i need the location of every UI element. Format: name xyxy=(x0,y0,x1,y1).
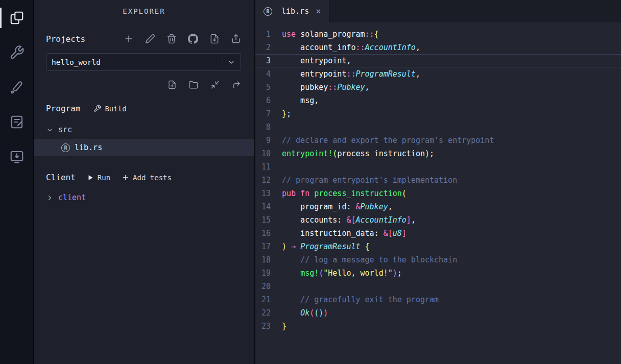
add-tests-button[interactable]: Add tests xyxy=(122,174,172,182)
code-line-5[interactable]: 5 pubkey::Pubkey, xyxy=(255,81,621,94)
line-content: }; xyxy=(282,107,621,120)
line-number: 12 xyxy=(255,174,282,187)
code-line-7[interactable]: 7}; xyxy=(255,107,621,120)
run-button[interactable]: Run xyxy=(87,174,110,182)
collapse-icon xyxy=(210,80,220,89)
new-folder-button[interactable] xyxy=(189,80,198,89)
tab-lib-rs[interactable]: R lib.rs × xyxy=(255,0,329,22)
program-download-icon xyxy=(9,149,25,164)
projects-row: Projects xyxy=(46,34,241,44)
explorer-title: EXPLORER xyxy=(123,7,165,15)
code-line-1[interactable]: 1use solana_program::{ xyxy=(255,28,621,41)
activity-bar xyxy=(0,0,34,364)
export-icon xyxy=(231,34,241,44)
share-button[interactable] xyxy=(232,80,241,89)
delete-project-button[interactable] xyxy=(166,34,177,44)
code-line-22[interactable]: 22 Ok(()) xyxy=(255,306,621,320)
activity-item-test[interactable] xyxy=(0,76,33,99)
play-icon xyxy=(87,174,94,181)
code-line-23[interactable]: 23} xyxy=(255,320,621,333)
code-line-14[interactable]: 14 program_id: &Pubkey, xyxy=(255,200,621,213)
line-content xyxy=(282,160,621,174)
files-icon xyxy=(9,10,25,26)
explorer-panel: EXPLORER Projects xyxy=(34,0,255,364)
tab-bar: R lib.rs × xyxy=(255,0,621,22)
line-content: } xyxy=(282,320,621,333)
code-line-15[interactable]: 15 accounts: &[AccountInfo], xyxy=(255,213,621,227)
new-file-button[interactable] xyxy=(168,80,177,89)
pencil-icon xyxy=(145,34,155,44)
activity-item-programs[interactable] xyxy=(0,145,33,168)
code-line-11[interactable]: 11 xyxy=(255,160,621,174)
line-content: entrypoint, xyxy=(282,54,621,67)
line-number: 21 xyxy=(255,293,282,306)
code-line-16[interactable]: 16 instruction_data: &[u8] xyxy=(255,227,621,240)
code-line-19[interactable]: 19 msg!("Hello, world!"); xyxy=(255,266,621,280)
line-number: 16 xyxy=(255,227,282,240)
activity-item-build-tools[interactable] xyxy=(0,41,33,64)
code-line-21[interactable]: 21 // gracefully exit the program xyxy=(255,293,621,306)
explorer-header: EXPLORER xyxy=(34,0,254,22)
line-content: Ok(()) xyxy=(282,306,621,320)
code-line-20[interactable]: 20 xyxy=(255,280,621,293)
wrench-icon xyxy=(93,105,101,112)
code-line-3[interactable]: 3 entrypoint, xyxy=(255,54,621,67)
export-project-button[interactable] xyxy=(231,34,241,44)
code-line-13[interactable]: 13pub fn process_instruction( xyxy=(255,187,621,200)
line-content: // declare and export the program's entr… xyxy=(282,134,621,147)
select-separator xyxy=(223,58,223,67)
line-content: msg, xyxy=(282,94,621,107)
line-content: pub fn process_instruction( xyxy=(282,187,621,200)
rename-project-button[interactable] xyxy=(145,34,155,44)
line-content: instruction_data: &[u8] xyxy=(282,227,621,240)
line-content: // gracefully exit the program xyxy=(282,293,621,306)
code-line-9[interactable]: 9// declare and export the program's ent… xyxy=(255,134,621,147)
line-number: 8 xyxy=(255,120,282,134)
file-actions-row xyxy=(46,80,241,89)
test-tube-icon xyxy=(9,80,25,95)
code-editor[interactable]: 1use solana_program::{2 account_info::Ac… xyxy=(255,22,621,364)
import-project-button[interactable] xyxy=(209,34,220,44)
code-line-4[interactable]: 4 entrypoint::ProgramResult, xyxy=(255,67,621,81)
code-line-6[interactable]: 6 msg, xyxy=(255,94,621,107)
code-lines: 1use solana_program::{2 account_info::Ac… xyxy=(255,28,621,333)
code-line-12[interactable]: 12// program entrypoint's implementation xyxy=(255,174,621,187)
activity-item-explorer[interactable] xyxy=(0,6,33,30)
code-line-17[interactable]: 17) → ProgramResult { xyxy=(255,240,621,253)
github-button[interactable] xyxy=(188,34,198,44)
file-import-icon xyxy=(209,34,220,44)
explorer-body: Projects xyxy=(34,22,254,206)
line-number: 5 xyxy=(255,81,282,94)
line-content xyxy=(282,120,621,134)
rust-icon: R xyxy=(264,7,272,16)
line-content: ) → ProgramResult { xyxy=(282,240,621,253)
line-number: 11 xyxy=(255,160,282,174)
line-content: program_id: &Pubkey, xyxy=(282,200,621,213)
code-line-10[interactable]: 10entrypoint!(process_instruction); xyxy=(255,147,621,160)
line-number: 7 xyxy=(255,107,282,120)
folder-src-label: src xyxy=(58,125,72,134)
build-button[interactable]: Build xyxy=(93,105,126,113)
activity-item-tutorials[interactable] xyxy=(0,110,33,134)
line-number: 19 xyxy=(255,266,282,280)
file-lib-rs[interactable]: R lib.rs xyxy=(34,139,254,156)
line-content: entrypoint!(process_instruction); xyxy=(282,147,621,160)
code-line-18[interactable]: 18 // log a message to the blockchain xyxy=(255,253,621,266)
new-project-button[interactable] xyxy=(124,34,134,44)
code-line-2[interactable]: 2 account_info::AccountInfo, xyxy=(255,41,621,54)
code-line-8[interactable]: 8 xyxy=(255,120,621,134)
line-number: 18 xyxy=(255,253,282,266)
tab-close-icon[interactable]: × xyxy=(316,7,321,16)
line-number: 6 xyxy=(255,94,282,107)
solana-playground-window: EXPLORER Projects xyxy=(0,0,621,364)
program-label: Program xyxy=(46,104,80,113)
project-select[interactable]: hello_world xyxy=(46,53,241,71)
line-number: 1 xyxy=(255,28,282,41)
folder-src[interactable]: src xyxy=(46,122,241,138)
client-section: Client Run Add tests xyxy=(46,173,241,182)
line-number: 17 xyxy=(255,240,282,253)
collapse-folders-button[interactable] xyxy=(210,80,220,89)
chevron-down-icon xyxy=(227,58,235,66)
line-number: 23 xyxy=(255,320,282,333)
folder-client[interactable]: client xyxy=(46,189,241,206)
